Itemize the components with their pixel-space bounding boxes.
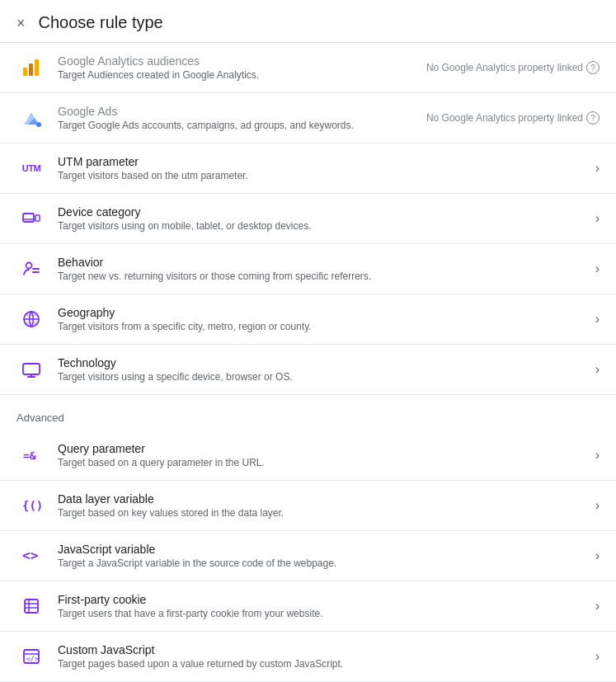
rule-desc: Target based on a query parameter in the… <box>58 457 589 468</box>
rule-desc: Target visitors based on the utm paramet… <box>58 170 589 181</box>
svg-rect-1 <box>29 63 33 76</box>
rule-icon-geography <box>16 309 46 329</box>
svg-text:=&: =& <box>23 449 36 462</box>
rules-list: Google Analytics audiences Target Audien… <box>0 43 616 395</box>
rule-text-utm: UTM parameter Target visitors based on t… <box>58 155 589 181</box>
rule-item-utm[interactable]: UTM UTM parameter Target visitors based … <box>0 143 616 194</box>
rule-name: UTM parameter <box>58 155 589 168</box>
rule-text-data-layer: Data layer variable Target based on key … <box>58 492 589 519</box>
rule-desc: Target visitors using a specific device,… <box>58 371 589 383</box>
rule-desc: Target a JavaScript variable in the sour… <box>58 557 589 569</box>
svg-text:{()}: {()} <box>22 499 41 512</box>
page-title: Choose rule type <box>39 13 163 32</box>
rule-text-google-ads: Google Ads Target Google Ads accounts, c… <box>58 105 418 131</box>
rule-desc: Target users that have a first-party coo… <box>58 608 589 619</box>
rule-text-google-analytics: Google Analytics audiences Target Audien… <box>58 54 418 81</box>
rule-icon-behavior <box>16 259 46 279</box>
rule-icon-js-variable: <> <box>16 546 46 566</box>
rule-icon-google-analytics <box>16 56 46 79</box>
disabled-label: No Google Analytics property linked ? <box>418 111 600 125</box>
chevron-right-icon: › <box>595 261 600 276</box>
rule-name: Technology <box>58 356 589 369</box>
svg-point-9 <box>26 263 32 269</box>
rule-name: First-party cookie <box>58 593 589 606</box>
disabled-label: No Google Analytics property linked ? <box>418 61 600 74</box>
close-button[interactable]: × <box>16 16 26 31</box>
rule-name: Query parameter <box>58 442 589 455</box>
rule-item-js-variable[interactable]: <> JavaScript variable Target a JavaScri… <box>0 531 616 581</box>
rule-name: Custom JavaScript <box>58 643 589 656</box>
chevron-right-icon: › <box>595 548 600 563</box>
rule-icon-google-ads <box>16 106 46 129</box>
rule-text-custom-js: Custom JavaScript Target pages based upo… <box>58 643 589 670</box>
rule-item-first-party-cookie[interactable]: First-party cookie Target users that hav… <box>0 581 616 632</box>
chevron-right-icon: › <box>595 362 600 377</box>
rule-icon-query-parameter: =& <box>16 445 46 465</box>
svg-point-5 <box>36 122 41 127</box>
advanced-rules-list: =& Query parameter Target based on a que… <box>0 430 616 682</box>
svg-rect-16 <box>23 364 40 374</box>
advanced-section-label: Advanced <box>0 395 616 430</box>
rule-desc: Target new vs. returning visitors or tho… <box>58 270 589 282</box>
rule-desc: Target pages based upon a value returned… <box>58 658 589 670</box>
rule-item-geography[interactable]: Geography Target visitors from a specifi… <box>0 294 616 345</box>
rule-item-query-parameter[interactable]: =& Query parameter Target based on a que… <box>0 430 616 481</box>
rule-item-google-ads: Google Ads Target Google Ads accounts, c… <box>0 93 616 143</box>
rule-item-device-category[interactable]: Device category Target visitors using on… <box>0 194 616 244</box>
rule-icon-data-layer: {()} <box>16 496 46 515</box>
rule-desc: Target Google Ads accounts, campaigns, a… <box>58 120 418 131</box>
chevron-right-icon: › <box>595 498 600 513</box>
chevron-right-icon: › <box>595 599 600 614</box>
rule-item-behavior[interactable]: Behavior Target new vs. returning visito… <box>0 244 616 294</box>
dialog-header: × Choose rule type <box>0 0 616 43</box>
rule-text-technology: Technology Target visitors using a speci… <box>58 356 589 383</box>
rule-desc: Target visitors using on mobile, tablet,… <box>58 220 589 232</box>
rule-icon-custom-js: </> <box>16 647 46 666</box>
rule-icon-technology <box>16 360 46 379</box>
chevron-right-icon: › <box>595 312 600 327</box>
rule-icon-utm: UTM <box>16 163 46 173</box>
rule-icon-first-party-cookie <box>16 596 46 616</box>
rule-text-device-category: Device category Target visitors using on… <box>58 205 589 232</box>
dialog-container: × Choose rule type Google Analytics audi… <box>0 0 616 682</box>
rule-desc: Target Audiences created in Google Analy… <box>58 69 418 81</box>
rule-text-first-party-cookie: First-party cookie Target users that hav… <box>58 593 589 619</box>
help-icon[interactable]: ? <box>586 111 600 125</box>
rule-item-custom-js[interactable]: </> Custom JavaScript Target pages based… <box>0 632 616 682</box>
rule-name: Geography <box>58 306 589 319</box>
rule-text-query-parameter: Query parameter Target based on a query … <box>58 442 589 468</box>
chevron-right-icon: › <box>595 448 600 463</box>
rule-text-behavior: Behavior Target new vs. returning visito… <box>58 256 589 282</box>
rule-name: Behavior <box>58 256 589 269</box>
rule-name: Data layer variable <box>58 492 589 506</box>
rule-icon-device-category <box>16 209 46 228</box>
chevron-right-icon: › <box>595 211 600 226</box>
rule-name: JavaScript variable <box>58 543 589 556</box>
rule-name: Google Ads <box>58 105 418 118</box>
rule-item-data-layer[interactable]: {()} Data layer variable Target based on… <box>0 481 616 531</box>
chevron-right-icon: › <box>595 649 600 664</box>
rule-item-technology[interactable]: Technology Target visitors using a speci… <box>0 345 616 395</box>
rule-desc: Target visitors from a specific city, me… <box>58 321 589 332</box>
svg-rect-0 <box>23 68 27 76</box>
svg-rect-7 <box>35 215 40 221</box>
rule-text-geography: Geography Target visitors from a specifi… <box>58 306 589 332</box>
svg-rect-2 <box>35 59 39 76</box>
svg-rect-22 <box>25 600 38 613</box>
rule-text-js-variable: JavaScript variable Target a JavaScript … <box>58 543 589 569</box>
svg-rect-6 <box>23 214 34 222</box>
rule-name: Google Analytics audiences <box>58 54 418 68</box>
help-icon[interactable]: ? <box>586 61 600 74</box>
svg-text:</>: </> <box>26 656 39 663</box>
svg-text:<>: <> <box>22 548 38 563</box>
rule-desc: Target based on key values stored in the… <box>58 507 589 519</box>
chevron-right-icon: › <box>595 161 600 176</box>
rule-item-google-analytics: Google Analytics audiences Target Audien… <box>0 43 616 93</box>
rule-name: Device category <box>58 205 589 219</box>
